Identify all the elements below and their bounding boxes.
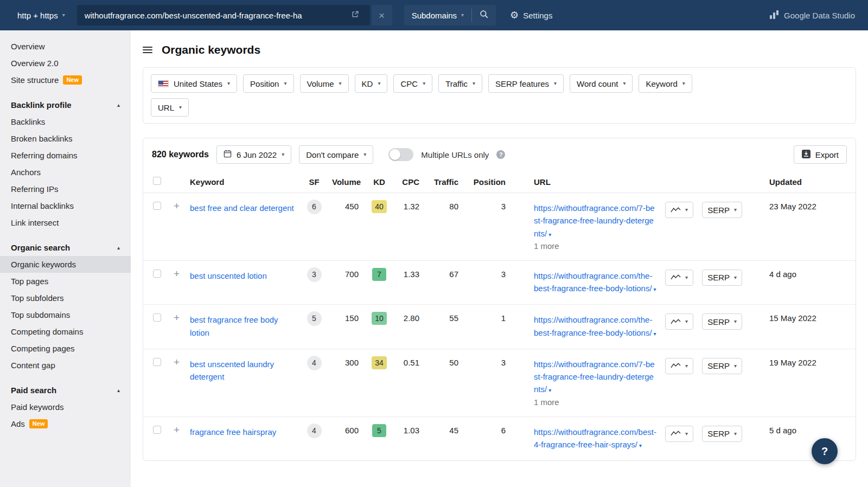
main-content: Organic keywords United States ▾ Positio… <box>131 30 868 487</box>
url-more-link[interactable]: 1 more <box>534 398 656 407</box>
keyword-link[interactable]: best unscented laundry detergent <box>190 360 274 381</box>
sidebar-item-top-subdomains[interactable]: Top subdomains <box>0 306 131 323</box>
sidebar-item-anchors[interactable]: Anchors <box>0 164 131 181</box>
sidebar-item-referring-ips[interactable]: Referring IPs <box>0 181 131 197</box>
open-url-button[interactable] <box>346 5 365 25</box>
url-dropdown-icon[interactable]: ▾ <box>548 387 551 393</box>
chevron-down-icon: ▾ <box>423 81 425 86</box>
serp-button[interactable]: SERP ▾ <box>702 426 742 442</box>
compare-dropdown[interactable]: Don't compare ▾ <box>299 145 373 164</box>
table-row: + best unscented lotion 3 700 7 1.33 67 … <box>143 260 856 305</box>
multiple-urls-toggle[interactable] <box>388 148 413 161</box>
filter-kd[interactable]: KD▾ <box>355 74 388 93</box>
position-history-button[interactable]: ▾ <box>665 313 693 330</box>
keyword-link[interactable]: best unscented lotion <box>190 271 267 280</box>
add-keyword-icon[interactable]: + <box>174 356 180 368</box>
add-keyword-icon[interactable]: + <box>174 200 180 212</box>
clear-url-button[interactable]: × <box>372 5 392 25</box>
help-icon[interactable]: ? <box>496 150 505 159</box>
sidebar-item-internal-backlinks[interactable]: Internal backlinks <box>0 197 131 214</box>
url-link[interactable]: https://withoutfragrance.com/7-best-frag… <box>534 203 655 238</box>
sidebar-item-content-gap[interactable]: Content gap <box>0 357 131 374</box>
table-toolbar: 820 keywords 6 Jun 2022 ▾ Don't compare … <box>143 138 856 171</box>
url-dropdown-icon[interactable]: ▾ <box>639 443 642 448</box>
sidebar-item-paid-keywords[interactable]: Paid keywords <box>0 399 131 415</box>
filter-cpc[interactable]: CPC▾ <box>393 74 432 93</box>
sidebar-item-site-structure[interactable]: Site structure New <box>0 72 131 88</box>
google-data-studio-link[interactable]: Google Data Studio <box>769 10 855 21</box>
sidebar-item-top-subfolders[interactable]: Top subfolders <box>0 290 131 306</box>
scope-label: Subdomains <box>412 11 457 20</box>
position-value: 1 <box>463 305 510 349</box>
date-picker-button[interactable]: 6 Jun 2022 ▾ <box>216 145 291 164</box>
position-history-button[interactable]: ▾ <box>665 202 693 218</box>
url-link[interactable]: https://withoutfragrance.com/the-best-fr… <box>534 271 652 293</box>
filter-url[interactable]: URL▾ <box>151 98 189 117</box>
keyword-link[interactable]: fragrance free hairspray <box>190 427 276 437</box>
position-history-button[interactable]: ▾ <box>665 358 693 374</box>
filter-position[interactable]: Position▾ <box>243 74 293 93</box>
serp-button[interactable]: SERP ▾ <box>702 270 742 286</box>
serp-button[interactable]: SERP ▾ <box>702 358 742 374</box>
url-link[interactable]: https://withoutfragrance.com/the-best-fr… <box>534 315 652 337</box>
position-history-button[interactable]: ▾ <box>665 426 693 442</box>
position-history-button[interactable]: ▾ <box>665 270 693 286</box>
url-dropdown-icon[interactable]: ▾ <box>654 331 656 337</box>
volume-value: 600 <box>328 416 363 460</box>
sidebar-item-ads[interactable]: Ads New <box>0 415 131 432</box>
scope-dropdown[interactable]: Subdomains ▾ <box>404 5 471 25</box>
url-more-link[interactable]: 1 more <box>534 241 656 251</box>
target-url-input[interactable]: withoutfragrance.com/best-unscented-and-… <box>77 5 370 25</box>
row-checkbox[interactable] <box>153 426 161 434</box>
chart-icon <box>671 317 681 326</box>
table-row: + best unscented laundry detergent 4 300… <box>143 349 856 416</box>
volume-value: 300 <box>328 349 363 416</box>
filter-traffic[interactable]: Traffic▾ <box>438 74 482 93</box>
sidebar-item-overview-2[interactable]: Overview 2.0 <box>0 55 131 72</box>
cpc-value: 1.33 <box>395 260 424 305</box>
sidebar-item-competing-domains[interactable]: Competing domains <box>0 323 131 340</box>
sidebar-item-organic-keywords[interactable]: Organic keywords <box>0 256 131 273</box>
row-checkbox[interactable] <box>153 270 161 278</box>
serp-button[interactable]: SERP ▾ <box>702 313 742 330</box>
sidebar-item-overview[interactable]: Overview <box>0 38 131 55</box>
select-all-checkbox[interactable] <box>153 177 161 185</box>
export-button[interactable]: Export <box>794 145 847 164</box>
sidebar-item-link-intersect[interactable]: Link intersect <box>0 214 131 231</box>
sidebar-section-backlink-profile[interactable]: Backlink profile ▴ <box>0 95 131 113</box>
sidebar-item-referring-domains[interactable]: Referring domains <box>0 147 131 164</box>
row-checkbox[interactable] <box>153 202 161 210</box>
sidebar-section-paid-search[interactable]: Paid search ▴ <box>0 381 131 399</box>
filter-keyword[interactable]: Keyword▾ <box>639 74 692 93</box>
serp-button[interactable]: SERP ▾ <box>702 202 742 218</box>
filter-volume[interactable]: Volume▾ <box>300 74 349 93</box>
keyword-link[interactable]: best fragrance free body lotion <box>190 315 278 337</box>
filter-word-count[interactable]: Word count▾ <box>570 74 633 93</box>
add-keyword-icon[interactable]: + <box>174 268 180 279</box>
add-keyword-icon[interactable]: + <box>174 312 180 323</box>
help-fab-button[interactable]: ? <box>812 438 838 464</box>
position-value: 3 <box>463 349 510 416</box>
url-dropdown-icon[interactable]: ▾ <box>548 232 551 238</box>
sidebar-item-top-pages[interactable]: Top pages <box>0 273 131 290</box>
add-keyword-icon[interactable]: + <box>174 424 180 435</box>
row-checkbox[interactable] <box>153 313 161 322</box>
filter-serp-features[interactable]: SERP features▾ <box>488 74 564 93</box>
url-link[interactable]: https://withoutfragrance.com/best-4-frag… <box>534 427 656 449</box>
sf-badge: 6 <box>307 200 322 214</box>
sidebar-item-competing-pages[interactable]: Competing pages <box>0 340 131 357</box>
sidebar-section-organic-search[interactable]: Organic search ▴ <box>0 238 131 256</box>
url-dropdown-icon[interactable]: ▾ <box>654 286 656 292</box>
page-title: Organic keywords <box>162 43 260 56</box>
keyword-link[interactable]: best free and clear detergent <box>190 203 294 213</box>
url-link[interactable]: https://withoutfragrance.com/7-best-frag… <box>534 360 655 394</box>
row-checkbox[interactable] <box>153 358 161 366</box>
chevron-down-icon: ▾ <box>734 431 737 437</box>
sidebar-item-broken-backlinks[interactable]: Broken backlinks <box>0 130 131 147</box>
menu-icon[interactable] <box>143 46 152 54</box>
settings-button[interactable]: ⚙ Settings <box>510 9 552 21</box>
filter-country[interactable]: United States ▾ <box>151 74 237 93</box>
search-button[interactable] <box>472 5 496 25</box>
sidebar-item-backlinks[interactable]: Backlinks <box>0 113 131 130</box>
protocol-dropdown[interactable]: http + https ▾ <box>13 5 72 25</box>
